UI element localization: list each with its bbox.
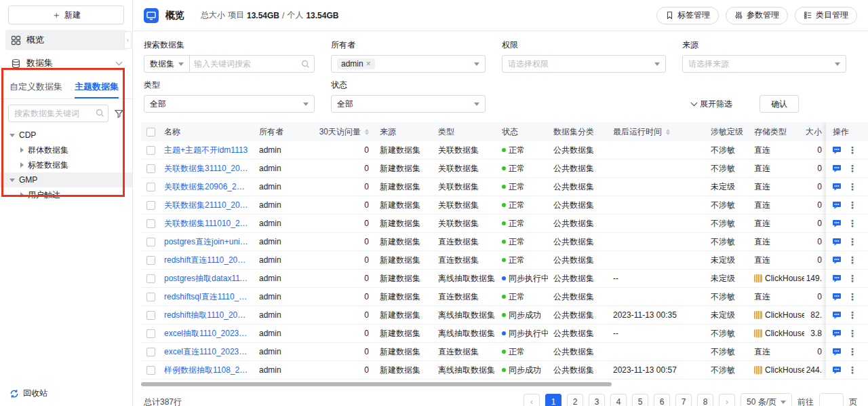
tree-item[interactable]: 标签数据集 [0, 158, 132, 172]
row-checkbox[interactable] [146, 256, 155, 265]
dataset-name-link[interactable]: 关联数据集31110_202311... [164, 163, 248, 174]
dataset-name-link[interactable]: postgres直连join+union11... [164, 236, 248, 248]
more-actions-icon[interactable]: ⋮ [848, 329, 857, 338]
dataset-search-input[interactable] [8, 105, 108, 122]
recycle-bin-item[interactable]: 回收站 [0, 381, 132, 406]
category-manage-button[interactable]: 类目管理 [795, 7, 857, 24]
page-button-1[interactable]: 1 [545, 394, 561, 406]
dataset-name-link[interactable]: postgres抽取datax1110_2... [164, 273, 248, 284]
status-select[interactable]: 全部 [331, 95, 486, 113]
next-page-button[interactable]: › [719, 394, 735, 406]
scrollbar-thumb[interactable] [141, 382, 612, 386]
dataset-name-link[interactable]: 关联数据集111010_20231... [164, 218, 248, 229]
row-checkbox[interactable] [146, 348, 155, 356]
row-checkbox[interactable] [146, 164, 155, 173]
more-actions-icon[interactable]: ⋮ [848, 237, 857, 246]
dataset-name-link[interactable]: 样例数据抽取1108_20231... [164, 365, 248, 376]
row-checkbox[interactable] [146, 293, 155, 301]
select-all-checkbox[interactable] [146, 128, 155, 136]
comment-icon[interactable] [832, 255, 842, 265]
source-select[interactable]: 请选择来源 [682, 55, 846, 73]
comment-icon[interactable] [832, 365, 842, 375]
keyword-input[interactable] [190, 56, 301, 72]
column-header-last_run[interactable]: 最后运行时间 [608, 122, 705, 141]
row-checkbox[interactable] [146, 274, 155, 283]
column-header-visits[interactable]: 30天访问量 [312, 122, 374, 141]
row-checkbox[interactable] [146, 329, 155, 338]
row-checkbox[interactable] [146, 219, 155, 228]
page-size-select[interactable]: 50 条/页 [741, 393, 792, 406]
comment-icon[interactable] [832, 164, 842, 173]
type-select[interactable]: 全部 [144, 95, 315, 113]
search-icon[interactable] [301, 60, 310, 69]
remove-tag-icon[interactable]: × [366, 60, 371, 68]
comment-icon[interactable] [832, 145, 842, 155]
new-button[interactable]: ＋ 新建 [8, 5, 124, 24]
page-button-6[interactable]: 6 [654, 394, 670, 406]
more-actions-icon[interactable]: ⋮ [848, 310, 857, 320]
tag-manage-button[interactable]: 标签管理 [656, 7, 719, 24]
page-button-4[interactable]: 4 [610, 394, 627, 406]
dataset-name-link[interactable]: excel直连1110_20231110... [164, 346, 248, 358]
sort-icon[interactable] [365, 129, 369, 135]
dataset-name-link[interactable]: excel抽取1110_20231110... [164, 328, 248, 339]
page-button-7[interactable]: 7 [675, 394, 692, 406]
row-checkbox[interactable] [146, 201, 155, 210]
more-actions-icon[interactable]: ⋮ [848, 164, 857, 173]
comment-icon[interactable] [832, 219, 842, 228]
caret-down-icon[interactable] [9, 134, 15, 137]
page-button-5[interactable]: 5 [632, 394, 648, 406]
tree-item[interactable]: GMP [0, 172, 132, 187]
sidebar-collapse-handle[interactable]: ‹ [124, 31, 132, 49]
caret-right-icon[interactable] [20, 147, 24, 153]
sidebar-item-overview[interactable]: 概览 [5, 30, 127, 50]
more-actions-icon[interactable]: ⋮ [848, 274, 857, 283]
dataset-name-link[interactable]: redshift抽取1110_202311... [164, 310, 248, 321]
sidebar-item-dataset[interactable]: 数据集 [5, 53, 127, 73]
tab-theme-dataset[interactable]: 主题数据集 [75, 76, 119, 98]
page-button-3[interactable]: 3 [589, 394, 605, 406]
more-actions-icon[interactable]: ⋮ [848, 255, 857, 265]
search-type-select[interactable]: 数据集 [144, 56, 190, 72]
row-checkbox[interactable] [146, 183, 155, 191]
filter-icon[interactable] [114, 109, 124, 119]
tab-custom-dataset[interactable]: 自定义数据集 [9, 76, 62, 98]
expand-filters-toggle[interactable]: 展开筛选 [692, 95, 732, 113]
more-actions-icon[interactable]: ⋮ [848, 365, 857, 375]
confirm-button[interactable]: 确认 [760, 95, 799, 113]
sort-icon[interactable] [666, 129, 670, 135]
page-button-2[interactable]: 2 [567, 394, 583, 406]
comment-icon[interactable] [832, 237, 842, 246]
row-checkbox[interactable] [146, 238, 155, 246]
permission-select[interactable]: 请选择权限 [502, 55, 666, 73]
owner-select[interactable]: admin × [331, 55, 486, 73]
row-checkbox[interactable] [146, 311, 155, 320]
comment-icon[interactable] [832, 329, 842, 338]
row-checkbox[interactable] [146, 366, 155, 375]
more-actions-icon[interactable]: ⋮ [848, 219, 857, 228]
goto-page-input[interactable] [819, 393, 844, 406]
more-actions-icon[interactable]: ⋮ [848, 182, 857, 191]
more-actions-icon[interactable]: ⋮ [848, 347, 857, 356]
dataset-name-link[interactable]: 主题+主题不开idm1113 [164, 145, 248, 156]
caret-right-icon[interactable] [20, 162, 24, 168]
caret-right-icon[interactable] [20, 192, 24, 198]
dataset-name-link[interactable]: redshift直连1110_202311... [164, 255, 248, 266]
row-checkbox[interactable] [146, 146, 155, 155]
tree-item[interactable]: 群体数据集 [0, 143, 132, 158]
caret-down-icon[interactable] [9, 179, 15, 182]
comment-icon[interactable] [832, 200, 842, 210]
more-actions-icon[interactable]: ⋮ [848, 145, 857, 155]
comment-icon[interactable] [832, 310, 842, 320]
param-manage-button[interactable]: 参数管理 [726, 7, 788, 24]
tree-item[interactable]: CDP [0, 128, 132, 143]
comment-icon[interactable] [832, 182, 842, 191]
comment-icon[interactable] [832, 292, 842, 301]
dataset-name-link[interactable]: 关联数据集21110_202311... [164, 200, 248, 211]
comment-icon[interactable] [832, 347, 842, 356]
dataset-name-link[interactable]: 关联数据集20906_202311... [164, 181, 248, 193]
comment-icon[interactable] [832, 274, 842, 283]
more-actions-icon[interactable]: ⋮ [848, 292, 857, 301]
dataset-name-link[interactable]: redshiftsql直连1110_2023... [164, 291, 248, 303]
prev-page-button[interactable]: ‹ [524, 394, 540, 406]
